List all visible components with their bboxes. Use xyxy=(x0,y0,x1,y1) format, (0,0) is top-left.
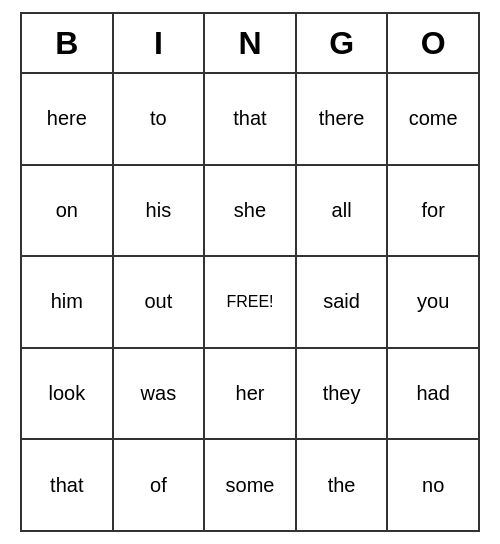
bingo-cell-2-2: FREE! xyxy=(205,257,297,347)
bingo-cell-1-4: for xyxy=(388,166,478,256)
bingo-cell-0-4: come xyxy=(388,74,478,164)
bingo-cell-0-2: that xyxy=(205,74,297,164)
bingo-cell-4-1: of xyxy=(114,440,206,530)
bingo-cell-4-0: that xyxy=(22,440,114,530)
header-cell-g: G xyxy=(297,14,389,72)
header-cell-b: B xyxy=(22,14,114,72)
bingo-cell-4-3: the xyxy=(297,440,389,530)
bingo-cell-3-3: they xyxy=(297,349,389,439)
bingo-cell-3-2: her xyxy=(205,349,297,439)
bingo-cell-2-0: him xyxy=(22,257,114,347)
bingo-cell-2-1: out xyxy=(114,257,206,347)
bingo-row-2: himoutFREE!saidyou xyxy=(22,257,478,349)
bingo-cell-2-3: said xyxy=(297,257,389,347)
header-cell-n: N xyxy=(205,14,297,72)
bingo-cell-0-0: here xyxy=(22,74,114,164)
bingo-cell-4-4: no xyxy=(388,440,478,530)
bingo-cell-3-4: had xyxy=(388,349,478,439)
bingo-row-3: lookwashertheyhad xyxy=(22,349,478,441)
bingo-cell-2-4: you xyxy=(388,257,478,347)
bingo-row-0: heretothattherecome xyxy=(22,74,478,166)
bingo-header: BINGO xyxy=(22,14,478,74)
bingo-body: heretothattherecomeonhissheallforhimoutF… xyxy=(22,74,478,530)
bingo-cell-1-3: all xyxy=(297,166,389,256)
bingo-cell-1-0: on xyxy=(22,166,114,256)
header-cell-i: I xyxy=(114,14,206,72)
bingo-row-1: onhissheallfor xyxy=(22,166,478,258)
bingo-cell-0-3: there xyxy=(297,74,389,164)
bingo-row-4: thatofsometheno xyxy=(22,440,478,530)
bingo-card: BINGO heretothattherecomeonhissheallforh… xyxy=(20,12,480,532)
bingo-cell-1-2: she xyxy=(205,166,297,256)
bingo-cell-0-1: to xyxy=(114,74,206,164)
bingo-cell-3-1: was xyxy=(114,349,206,439)
bingo-cell-4-2: some xyxy=(205,440,297,530)
bingo-cell-1-1: his xyxy=(114,166,206,256)
bingo-cell-3-0: look xyxy=(22,349,114,439)
header-cell-o: O xyxy=(388,14,478,72)
